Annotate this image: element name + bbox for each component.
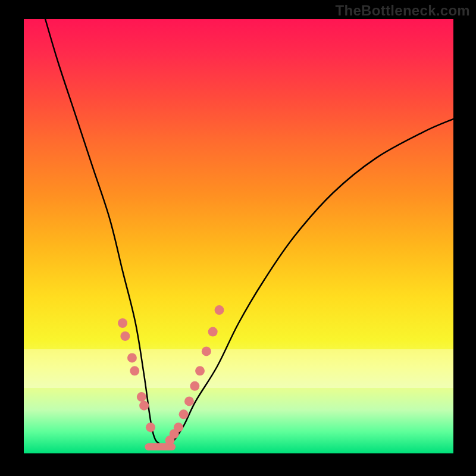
highlight-dot — [195, 366, 205, 375]
chart-frame: TheBottleneck.com — [0, 0, 476, 476]
highlight-dot — [118, 318, 127, 328]
highlight-dot — [184, 396, 194, 406]
chart-svg — [24, 19, 453, 453]
plot-area — [24, 19, 453, 453]
highlight-dot — [215, 305, 224, 315]
bottleneck-curve — [45, 19, 453, 447]
highlight-dots-right — [165, 305, 224, 445]
highlight-dot — [208, 327, 218, 337]
highlight-dot — [127, 353, 137, 362]
highlight-dot — [137, 392, 146, 402]
highlight-dot — [146, 422, 155, 432]
highlight-dot — [190, 381, 199, 391]
highlight-dot — [174, 422, 183, 432]
highlight-dot — [130, 366, 139, 375]
highlight-dot — [202, 346, 211, 356]
highlight-dot — [179, 409, 189, 419]
watermark-text: TheBottleneck.com — [336, 2, 470, 19]
highlight-dot — [120, 331, 130, 341]
highlight-dot — [139, 401, 149, 411]
